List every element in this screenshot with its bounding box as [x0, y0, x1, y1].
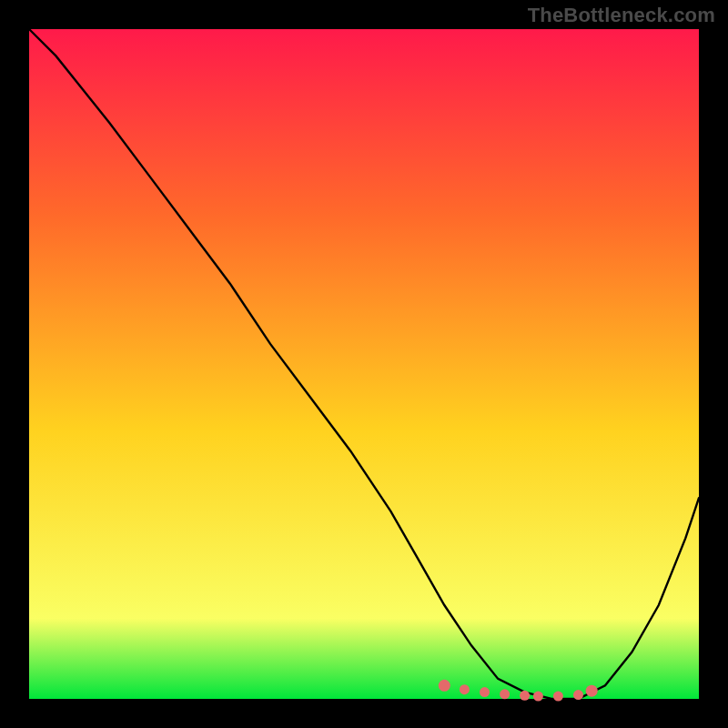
watermark-label: TheBottleneck.com [528, 4, 715, 27]
marker-dot [553, 692, 563, 702]
marker-dot [500, 689, 510, 699]
marker-dot [586, 685, 598, 697]
plot-background [29, 29, 699, 699]
marker-dot [520, 691, 530, 701]
chart-frame: TheBottleneck.com [0, 0, 728, 728]
marker-dot [573, 690, 583, 700]
chart-svg [0, 0, 728, 728]
marker-dot [460, 684, 470, 694]
marker-dot [533, 692, 543, 702]
marker-dot [439, 680, 450, 692]
marker-dot [480, 687, 490, 697]
